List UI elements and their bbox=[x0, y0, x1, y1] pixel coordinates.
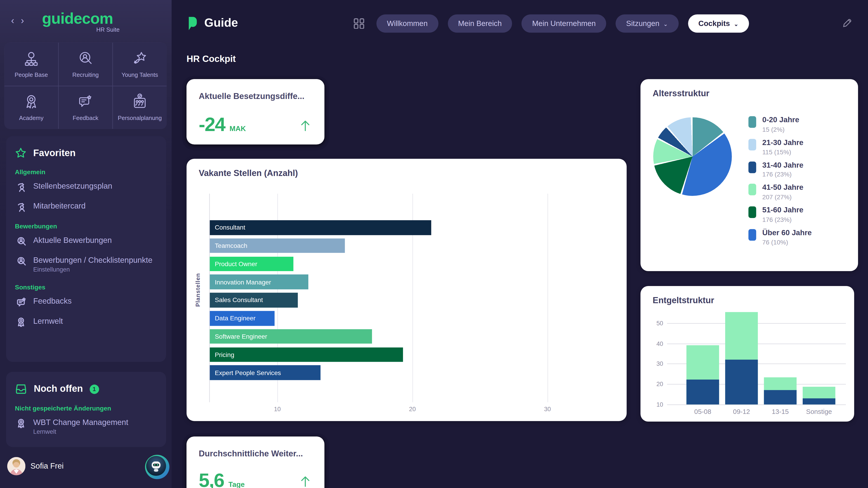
sidebar-tile-label: Young Talents bbox=[122, 71, 158, 78]
bar-label: Consultant bbox=[210, 224, 245, 231]
sidebar-tile-label: Personalplanung bbox=[118, 115, 162, 121]
sidebar-tile-people-base[interactable]: People Base bbox=[4, 43, 58, 86]
y-tick-label: 10 bbox=[656, 401, 663, 408]
vacancies-chart-title: Vakante Stellen (Anzahl) bbox=[199, 168, 298, 178]
forward-icon[interactable]: › bbox=[21, 15, 24, 27]
column-13-15[interactable] bbox=[764, 309, 797, 404]
award-icon bbox=[16, 418, 26, 428]
column-sonstige[interactable] bbox=[803, 309, 835, 404]
legend-text: 31-40 Jahre176 (23%) bbox=[762, 161, 803, 178]
bar-pricing[interactable]: Pricing bbox=[210, 347, 403, 362]
legend-item: 41-50 Jahre207 (27%) bbox=[748, 184, 803, 201]
favorite-item[interactable]: Aktuelle Bewerbungen bbox=[6, 231, 166, 251]
sidebar-tile-academy[interactable]: Academy bbox=[4, 86, 58, 129]
legend-item: Über 60 Jahre76 (10%) bbox=[748, 228, 812, 246]
young-talents-star-icon bbox=[131, 50, 148, 67]
favorite-item[interactable]: Stellenbesetzungsplan bbox=[6, 176, 166, 196]
bar-data-engineer[interactable]: Data Engineer bbox=[210, 311, 275, 326]
apps-grid-icon[interactable] bbox=[354, 18, 364, 29]
x-category-label: 13-15 bbox=[764, 408, 797, 416]
chat-star-icon bbox=[16, 297, 26, 307]
recruiting-search-icon bbox=[77, 50, 94, 67]
y-tick-label: 20 bbox=[656, 381, 663, 387]
sidebar-tile-young-talents[interactable]: Young Talents bbox=[113, 43, 167, 86]
kpi-value-row: -24MAK bbox=[199, 113, 311, 135]
chevron-down-icon: ⌄ bbox=[734, 21, 739, 27]
bar-product-owner[interactable]: Product Owner bbox=[210, 256, 293, 271]
bar-teamcoach[interactable]: Teamcoach bbox=[210, 238, 345, 253]
bar-sales-consultant[interactable]: Sales Consultant bbox=[210, 293, 298, 307]
user-row: Sofia Frei bbox=[0, 453, 172, 480]
favorite-item-text: Feedbacks bbox=[33, 297, 72, 306]
kpi-unit: MAK bbox=[229, 125, 246, 133]
nav-pill-label: Mein Bereich bbox=[458, 20, 502, 28]
bar-expert-people-services[interactable]: Expert People Services bbox=[210, 365, 320, 380]
nav-pill-cockpits[interactable]: Cockpits⌄ bbox=[688, 14, 749, 33]
open-item[interactable]: WBT Change ManagementLernwelt bbox=[6, 413, 166, 440]
legend-label: 21-30 Jahre bbox=[762, 138, 803, 148]
legend-swatch bbox=[748, 184, 756, 195]
star-icon bbox=[15, 147, 26, 159]
y-tick-label: 30 bbox=[656, 360, 663, 367]
person-transfer-icon bbox=[16, 202, 26, 212]
favorite-item[interactable]: Feedbacks bbox=[6, 292, 166, 312]
column-09-12[interactable] bbox=[725, 309, 758, 404]
assistant-robot-button[interactable] bbox=[145, 455, 169, 479]
x-tick-label: 10 bbox=[274, 405, 281, 412]
user-avatar[interactable] bbox=[7, 457, 26, 475]
nav-pill-mein-unternehmen[interactable]: Mein Unternehmen bbox=[522, 14, 606, 33]
bar-software-engineer[interactable]: Software Engineer bbox=[210, 329, 372, 344]
legend-item: 51-60 Jahre176 (23%) bbox=[748, 206, 803, 223]
open-items-title: Noch offen bbox=[34, 383, 83, 394]
segment-lower bbox=[764, 390, 797, 404]
nav-pill-mein-bereich[interactable]: Mein Bereich bbox=[447, 14, 512, 33]
sidebar-tile-label: Academy bbox=[19, 115, 43, 121]
open-item-sub: Lernwelt bbox=[33, 428, 128, 435]
favorite-item[interactable]: Lernwelt bbox=[6, 312, 166, 332]
age-pie-chart bbox=[653, 117, 732, 196]
edit-pencil-icon[interactable] bbox=[842, 18, 852, 28]
sidebar-tile-feedback[interactable]: Feedback bbox=[59, 86, 113, 129]
user-name: Sofia Frei bbox=[31, 461, 64, 470]
award-icon bbox=[16, 317, 26, 327]
personalplanung-board-icon bbox=[131, 94, 148, 111]
kpi-unit: Tage bbox=[228, 480, 245, 488]
nav-pill-sitzungen[interactable]: Sitzungen⌄ bbox=[616, 14, 679, 33]
person-transfer-icon bbox=[16, 182, 26, 192]
favorites-group-label: Bewerbungen bbox=[6, 217, 166, 231]
favorite-item-text: Stellenbesetzungsplan bbox=[33, 182, 112, 191]
favorite-item-label: Mitarbeitercard bbox=[33, 201, 86, 210]
user-photo bbox=[7, 457, 26, 475]
legend-swatch bbox=[748, 206, 756, 218]
back-icon[interactable]: ‹ bbox=[11, 15, 14, 27]
sidebar: ‹ › guidecom HR Suite People BaseRecruit… bbox=[0, 0, 172, 488]
open-item-text: WBT Change ManagementLernwelt bbox=[33, 418, 128, 435]
favorite-item-label: Stellenbesetzungsplan bbox=[33, 182, 112, 191]
pay-plot: 102030405005-0809-1213-15Sonstige bbox=[667, 309, 846, 404]
module-grid: People BaseRecruitingYoung TalentsAcadem… bbox=[4, 43, 167, 129]
legend-value: 76 (10%) bbox=[762, 239, 812, 246]
sidebar-tile-label: Recruiting bbox=[72, 71, 99, 78]
kpi-card: Durchschnittliche Weiter...5,6Tage bbox=[186, 436, 324, 488]
nav-pill-willkommen[interactable]: Willkommen bbox=[376, 14, 438, 33]
sidebar-tile-personalplanung[interactable]: Personalplanung bbox=[113, 86, 167, 129]
academy-award-icon bbox=[23, 94, 40, 111]
sidebar-tile-recruiting[interactable]: Recruiting bbox=[59, 43, 113, 86]
bar-consultant[interactable]: Consultant bbox=[210, 220, 431, 235]
legend-item: 21-30 Jahre115 (15%) bbox=[748, 138, 803, 156]
bar-innovation-manager[interactable]: Innovation Manager bbox=[210, 275, 308, 289]
favorite-item[interactable]: Bewerbungen / ChecklistenpunkteEinstellu… bbox=[6, 251, 166, 277]
favorite-item-text: Mitarbeitercard bbox=[33, 201, 86, 210]
feedback-chat-icon bbox=[77, 94, 94, 111]
legend-item: 0-20 Jahre15 (2%) bbox=[748, 116, 799, 133]
legend-label: 0-20 Jahre bbox=[762, 116, 799, 125]
age-chart-title: Altersstruktur bbox=[653, 89, 709, 98]
segment-lower bbox=[725, 360, 758, 404]
legend-swatch bbox=[748, 139, 756, 150]
sidebar-tile-label: People Base bbox=[15, 71, 48, 78]
app-title: Guide bbox=[204, 16, 238, 30]
favorite-item[interactable]: Mitarbeitercard bbox=[6, 196, 166, 216]
legend-label: 51-60 Jahre bbox=[762, 206, 803, 215]
nav-pill-label: Mein Unternehmen bbox=[532, 20, 596, 28]
column-05-08[interactable] bbox=[686, 309, 719, 404]
